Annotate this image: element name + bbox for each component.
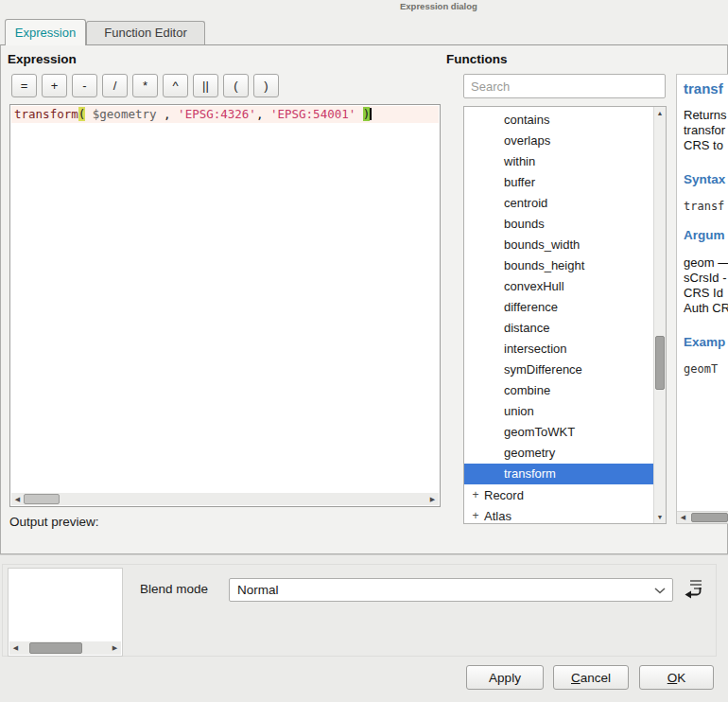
cancel-button[interactable]: Cancel [553,665,629,690]
help-content: transf Returns transfor CRS to Syntax tr… [677,75,728,376]
function-item-selected[interactable]: transform [464,464,653,484]
function-item[interactable]: distance [464,318,653,339]
scroll-right-icon[interactable]: ▶ [109,641,121,655]
search-input[interactable] [463,74,666,98]
code-function-name: transform [14,107,78,121]
tab-expression[interactable]: Expression [5,19,86,45]
function-item[interactable]: difference [464,297,653,318]
scroll-right-glyph: ▶ [430,496,435,503]
scroll-up-glyph: ▲ [657,110,664,116]
blend-mode-label: Blend mode [140,582,208,596]
scrollbar-thumb[interactable] [24,494,60,504]
scroll-left-icon[interactable]: ◀ [11,493,24,505]
scroll-left-icon[interactable]: ◀ [677,512,689,523]
scroll-left-icon[interactable]: ◀ [9,641,22,655]
apply-label: Apply [467,671,543,685]
function-item[interactable]: geometry [464,443,653,464]
operator-close-paren-button[interactable]: ) [253,74,279,97]
help-syntax-heading: Syntax [684,172,728,186]
expression-code: transform( $geometry , 'EPSG:4326', 'EPS… [14,107,372,121]
function-item[interactable]: bounds_height [464,255,653,276]
scroll-left-glyph: ◀ [681,514,685,521]
help-description-line: CRS to [684,138,728,153]
function-item[interactable]: geomToWKT [464,422,653,443]
expression-editor[interactable]: transform( $geometry , 'EPSG:4326', 'EPS… [9,104,441,507]
function-group-record[interactable]: + Record [464,484,653,505]
expression-section-heading: Expression [8,52,77,66]
scrollbar-track[interactable] [654,119,666,511]
function-item[interactable]: intersection [464,339,653,360]
function-list-scrollbar[interactable]: ▲ ▼ [653,107,666,523]
operator-plus-button[interactable]: + [42,74,67,97]
scroll-down-icon[interactable]: ▼ [654,511,666,523]
function-help-panel: transf Returns transfor CRS to Syntax tr… [676,74,728,524]
blend-mode-dropdown[interactable]: Normal [229,578,673,602]
scroll-up-icon[interactable]: ▲ [654,107,666,119]
scrollbar-thumb[interactable] [655,336,665,390]
ok-label: OK [640,671,713,685]
help-horizontal-scrollbar[interactable]: ◀ [677,511,728,523]
function-group-label: Atlas [484,509,511,523]
data-defined-override-button[interactable] [681,578,705,601]
function-list-items: contains overlaps within buffer centroid… [464,107,653,524]
text-caret [370,108,372,120]
operator-divide-button[interactable]: / [102,74,128,97]
expand-plus-icon[interactable]: + [470,509,481,522]
output-preview-label: Output preview: [9,515,99,529]
preview-horizontal-scrollbar[interactable]: ◀ ▶ [9,641,121,655]
function-item[interactable]: union [464,401,653,422]
operator-toolbar: = + - / * ^ || ( ) [11,74,279,97]
code-string-2: 'EPSG:54001' [270,107,355,121]
function-item[interactable]: centroid [464,193,653,214]
scrollbar-track[interactable] [22,641,109,655]
code-space [355,107,363,121]
operator-open-paren-button[interactable]: ( [223,74,249,97]
function-item[interactable]: contains [464,110,653,131]
scroll-left-glyph: ◀ [15,496,20,503]
scrollbar-thumb[interactable] [29,642,82,654]
operator-multiply-button[interactable]: * [132,74,158,97]
layer-properties-area: ◀ ▶ Blend mode Normal Apply Cancel OK [0,554,728,702]
help-syntax-code: transf [684,200,728,213]
operator-concat-button[interactable]: || [193,74,218,97]
function-item[interactable]: symDifference [464,360,653,380]
tab-function-editor[interactable]: Function Editor [86,21,205,44]
help-arguments-heading: Argum [684,228,728,242]
help-description-line: transfor [684,123,728,138]
scroll-down-glyph: ▼ [657,514,664,520]
function-item[interactable]: within [464,151,653,172]
ok-button[interactable]: OK [639,665,714,690]
help-function-title: transf [684,80,728,97]
code-close-paren: ) [363,107,371,121]
scroll-right-icon[interactable]: ▶ [426,493,439,505]
scrollbar-track[interactable] [24,493,426,505]
blend-mode-value: Normal [237,579,279,601]
function-item[interactable]: bounds [464,214,653,235]
help-argument-line: Auth CR [684,301,728,316]
expression-dialog: Expression dialog Function Editor Expres… [0,0,728,702]
function-item[interactable]: buffer [464,172,653,193]
scrollbar-thumb[interactable] [691,513,728,522]
operator-equals-button[interactable]: = [11,74,37,97]
function-group-atlas[interactable]: + Atlas [464,505,653,524]
function-item[interactable]: combine [464,380,653,401]
apply-button[interactable]: Apply [466,665,544,690]
help-example-code: geomT [684,362,728,376]
function-item[interactable]: overlaps [464,131,653,151]
help-argument-line: geom — [684,255,728,271]
operator-power-button[interactable]: ^ [163,74,188,97]
function-item[interactable]: bounds_width [464,235,653,255]
help-argument-line: CRS Id [684,286,728,301]
operator-minus-button[interactable]: - [72,74,97,97]
code-string-1: 'EPSG:4326' [178,107,256,121]
function-group-label: Record [484,488,524,502]
scroll-right-glyph: ▶ [113,644,117,652]
function-item[interactable]: convexHull [464,276,653,297]
editor-horizontal-scrollbar[interactable]: ◀ ▶ [11,493,439,505]
code-separator: , [256,107,270,121]
window-title: Expression dialog [400,1,477,11]
expand-plus-icon[interactable]: + [470,488,481,501]
functions-section-heading: Functions [446,52,508,66]
scrollbar-track[interactable] [689,512,728,523]
help-description-line: Returns [684,108,728,123]
